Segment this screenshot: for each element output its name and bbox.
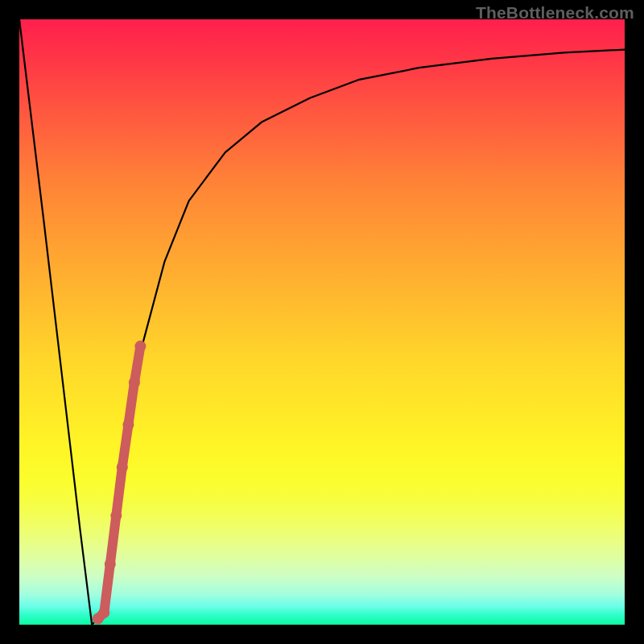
chart-svg bbox=[19, 19, 625, 625]
plot-area bbox=[19, 19, 625, 625]
highlight-dot bbox=[129, 377, 140, 388]
highlight-dot bbox=[98, 607, 109, 618]
highlight-dot bbox=[134, 341, 146, 352]
highlight-dot bbox=[122, 419, 134, 431]
watermark-text: TheBottleneck.com bbox=[476, 3, 634, 23]
chart-frame: TheBottleneck.com bbox=[0, 0, 644, 644]
highlight-dot bbox=[110, 510, 122, 522]
highlight-dot bbox=[117, 462, 128, 473]
highlight-dot bbox=[105, 559, 116, 570]
